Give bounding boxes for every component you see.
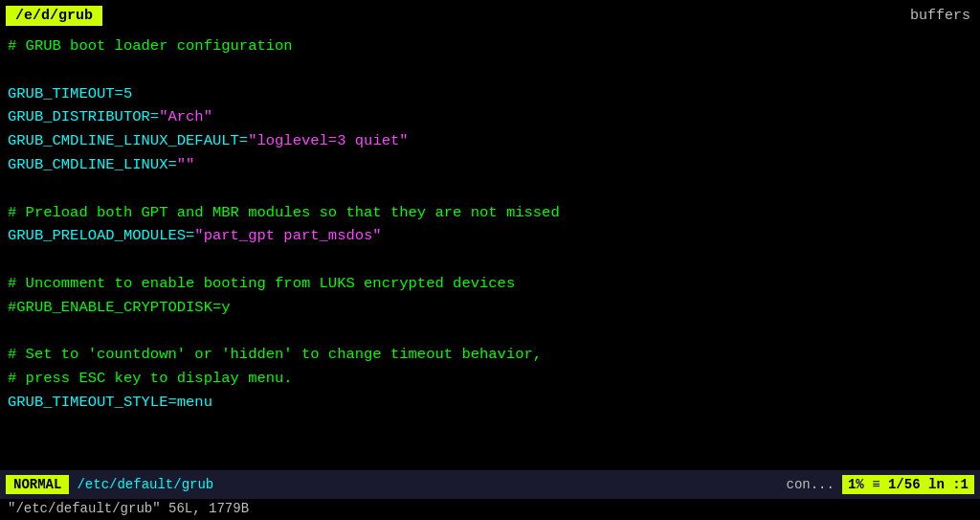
status-percent: 1% ≡ 1/56 ln :1 (842, 475, 974, 494)
editor-line: GRUB_CMDLINE_LINUX="" (8, 153, 972, 177)
editor-line (8, 248, 972, 272)
status-filepath: /etc/default/grub (77, 477, 778, 492)
percent-value: 1% (848, 477, 864, 492)
editor-container: /e/d/grub buffers # GRUB boot loader con… (0, 0, 980, 520)
mode-badge: NORMAL (6, 475, 69, 494)
title-tab[interactable]: /e/d/grub (6, 6, 102, 26)
editor-line: # Preload both GPT and MBR modules so th… (8, 201, 972, 225)
bottom-text: "/etc/default/grub" 56L, 1779B (8, 501, 249, 516)
editor-line: GRUB_TIMEOUT_STYLE=menu (8, 391, 972, 415)
editor-line: GRUB_DISTRIBUTOR="Arch" (8, 105, 972, 129)
editor-line (8, 320, 972, 344)
editor-line: GRUB_CMDLINE_LINUX_DEFAULT="loglevel=3 q… (8, 129, 972, 153)
status-bar: NORMAL /etc/default/grub con... 1% ≡ 1/5… (0, 470, 980, 499)
editor-line: # press ESC key to display menu. (8, 367, 972, 391)
editor-line: #GRUB_ENABLE_CRYPTODISK=y (8, 296, 972, 320)
ln-value: ln :1 (928, 477, 969, 492)
position-value: ≡ 1/56 (872, 477, 920, 492)
lines-container: # GRUB boot loader configuration GRUB_TI… (8, 34, 972, 415)
editor-line: # Set to 'countdown' or 'hidden' to chan… (8, 343, 972, 367)
editor-line: # GRUB boot loader configuration (8, 34, 972, 58)
editor-line: # Uncomment to enable booting from LUKS … (8, 272, 972, 296)
editor-line: GRUB_PRELOAD_MODULES="part_gpt part_msdo… (8, 224, 972, 248)
buffers-label: buffers (910, 8, 974, 24)
editor-body[interactable]: # GRUB boot loader configuration GRUB_TI… (0, 31, 980, 470)
editor-line (8, 58, 972, 82)
bottom-bar: "/etc/default/grub" 56L, 1779B (0, 499, 980, 520)
editor-line: GRUB_TIMEOUT=5 (8, 82, 972, 106)
title-bar: /e/d/grub buffers (0, 0, 980, 31)
editor-line (8, 177, 972, 201)
status-con: con... (787, 477, 835, 492)
